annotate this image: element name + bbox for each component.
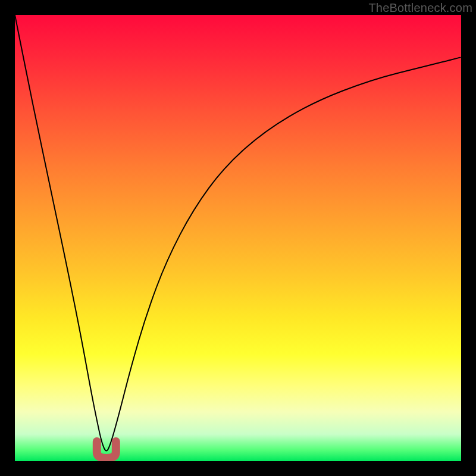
chart-frame: TheBottleneck.com [0, 0, 476, 476]
cusp-marker-path [97, 441, 116, 458]
bottleneck-curve-svg [15, 15, 461, 461]
watermark-text: TheBottleneck.com [368, 1, 472, 15]
plot-area [15, 15, 461, 461]
bottleneck-curve-path [15, 15, 461, 450]
